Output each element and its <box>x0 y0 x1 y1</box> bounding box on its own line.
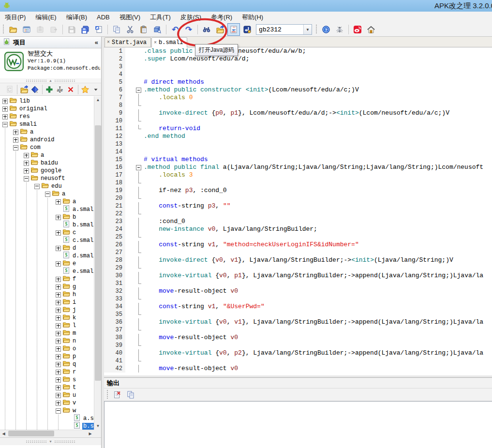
code-editor[interactable]: 1.class public final Lcom/neusoft/edu/a/… <box>104 47 492 375</box>
expand-icon[interactable] <box>56 261 61 267</box>
tree-item-smali[interactable]: smali <box>0 120 94 128</box>
menu-item-s[interactable]: 皮肤(S) <box>176 12 206 23</box>
tree-item-b-smali[interactable]: Sb.smali <box>0 422 94 430</box>
tree-hscroll-thumb[interactable] <box>8 431 54 436</box>
menu-item-h[interactable]: 帮助(H) <box>237 12 268 23</box>
tree-item-b[interactable]: b <box>0 213 94 221</box>
revert-file-button[interactable] <box>92 23 105 36</box>
tab-start-java[interactable]: ×Start.java <box>104 37 151 47</box>
collapse-panel-button[interactable]: « <box>95 39 98 46</box>
tree-item-k[interactable]: k <box>0 314 94 322</box>
tree-item-f[interactable]: f <box>0 275 94 283</box>
clear-output-button[interactable] <box>111 388 123 401</box>
chevron-down-icon[interactable]: ▼ <box>303 25 312 34</box>
scroll-up-icon[interactable]: ▲ <box>94 96 101 104</box>
expand-icon[interactable] <box>56 331 61 336</box>
tree-item-o[interactable]: o <box>0 345 94 353</box>
expand-icon[interactable] <box>56 385 61 390</box>
expand-icon[interactable] <box>56 230 61 236</box>
expand-icon[interactable] <box>2 114 8 119</box>
collapse-icon[interactable] <box>24 176 29 181</box>
menu-item-v[interactable]: 视图(V) <box>115 12 145 23</box>
tab-b-smali[interactable]: ×b.smali <box>151 37 187 47</box>
expand-icon[interactable] <box>2 106 8 112</box>
expand-icon[interactable] <box>56 199 61 205</box>
tree-horizontal-scrollbar[interactable]: ◀ ▶ <box>0 430 94 437</box>
expand-icon[interactable] <box>56 354 61 359</box>
copy-output-button[interactable] <box>124 388 137 401</box>
fold-collapse-icon[interactable] <box>136 165 141 170</box>
open-folder-return-button[interactable] <box>214 23 226 36</box>
tree-item-a[interactable]: a <box>0 190 94 198</box>
tree-item-s[interactable]: s <box>0 376 94 384</box>
expand-icon[interactable] <box>56 362 61 367</box>
undo-button[interactable]: ↶ <box>169 23 181 36</box>
tree-item-r[interactable]: r <box>0 368 94 376</box>
tree-item-u[interactable]: u <box>0 391 94 399</box>
tree-item-l[interactable]: l <box>0 322 94 329</box>
expand-icon[interactable] <box>56 308 61 313</box>
rename-button[interactable]: ae <box>55 84 65 95</box>
favorites-dropdown[interactable] <box>91 84 101 95</box>
tree-item-j[interactable]: j <box>0 306 94 314</box>
encoding-select[interactable]: gb2312▼ <box>256 24 312 35</box>
tree-item-d-smali[interactable]: Sd.smali <box>0 252 94 260</box>
save-all-button[interactable] <box>79 23 91 36</box>
tree-item-c-smali[interactable]: Sc.smali <box>0 237 94 244</box>
replace-button[interactable] <box>151 23 164 36</box>
help-button[interactable]: ? <box>320 23 332 36</box>
collapse-icon[interactable] <box>2 122 8 127</box>
tree-item-t[interactable]: t <box>0 384 94 391</box>
scroll-down-icon[interactable]: ▼ <box>94 422 101 430</box>
open-java-source-button[interactable] <box>227 23 240 36</box>
tree-item-g[interactable]: g <box>0 283 94 291</box>
add-button[interactable] <box>45 84 54 95</box>
expand-icon[interactable] <box>24 161 29 166</box>
redo-button[interactable]: ↷ <box>182 23 195 36</box>
tree-item-i[interactable]: i <box>0 299 94 306</box>
tree-item-com[interactable]: com <box>0 144 94 151</box>
expand-icon[interactable] <box>13 130 18 135</box>
collapse-icon[interactable] <box>45 192 50 197</box>
expand-icon[interactable] <box>56 277 61 282</box>
expand-icon[interactable] <box>56 377 61 383</box>
tree-item-p[interactable]: p <box>0 353 94 360</box>
tree-item-a[interactable]: a <box>0 198 94 206</box>
tree-item-m[interactable]: m <box>0 329 94 337</box>
menu-item-t[interactable]: 工具(T) <box>145 12 176 23</box>
expand-icon[interactable] <box>24 153 29 158</box>
copy-button[interactable] <box>110 23 123 36</box>
collapse-icon[interactable] <box>34 184 40 189</box>
tree-item-d[interactable]: d <box>0 244 94 252</box>
tree-item-a-smali[interactable]: Sa.smali <box>0 206 94 213</box>
expand-icon[interactable] <box>56 370 61 375</box>
expand-icon[interactable] <box>56 393 61 398</box>
tree-item-google[interactable]: google <box>0 167 94 175</box>
tree-item-e-smali[interactable]: Se.smali <box>0 268 94 275</box>
tree-item-h[interactable]: h <box>0 291 94 299</box>
delete-button[interactable] <box>66 84 75 95</box>
expand-icon[interactable] <box>56 246 61 251</box>
fold-collapse-icon[interactable] <box>136 88 141 93</box>
collapse-icon[interactable] <box>13 145 18 150</box>
tree-item-baidu[interactable]: baidu <box>0 159 94 167</box>
open-apk-button[interactable] <box>7 23 19 36</box>
favorites-button[interactable] <box>80 84 90 95</box>
menu-item-adb[interactable]: ADB <box>92 13 115 22</box>
tree-item-b-smali[interactable]: Sb.smali <box>0 221 94 229</box>
expand-icon[interactable] <box>56 339 61 344</box>
weibo-button[interactable] <box>351 23 364 36</box>
expand-icon[interactable] <box>56 215 61 220</box>
menu-item-e[interactable]: 编辑(E) <box>30 12 61 23</box>
report-bug-button[interactable] <box>333 23 346 36</box>
find-button[interactable] <box>200 23 213 36</box>
expand-icon[interactable] <box>56 401 61 406</box>
scroll-right-icon[interactable]: ▶ <box>87 430 94 437</box>
cut-button[interactable] <box>124 23 136 36</box>
open-directory-button[interactable] <box>19 84 29 95</box>
close-icon[interactable]: × <box>107 40 110 45</box>
tree-item-c[interactable]: c <box>0 229 94 237</box>
expand-icon[interactable] <box>56 323 61 329</box>
tree-item-a[interactable]: a <box>0 128 94 136</box>
tree-vscroll-thumb[interactable] <box>95 125 101 381</box>
